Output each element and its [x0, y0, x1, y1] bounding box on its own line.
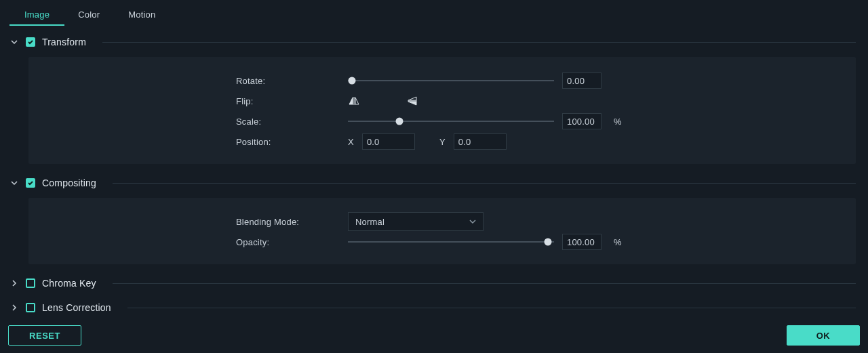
input-pos-x[interactable]: 0.0	[362, 133, 415, 150]
flip-vertical-icon[interactable]	[406, 95, 418, 107]
chevron-down-icon[interactable]	[9, 180, 19, 186]
chevron-right-icon[interactable]	[9, 280, 19, 287]
label-pos-y: Y	[439, 137, 446, 147]
input-opacity[interactable]: 100.00	[562, 234, 601, 250]
checkbox-compositing[interactable]	[26, 178, 35, 188]
label-rotate: Rotate:	[236, 76, 348, 86]
checkbox-lens-correction[interactable]	[26, 303, 35, 312]
divider	[113, 183, 856, 184]
slider-opacity[interactable]	[348, 237, 554, 247]
input-scale[interactable]: 100.00	[562, 113, 601, 129]
label-pos-x: X	[348, 137, 354, 147]
section-header-lens-correction: Lens Correction	[9, 298, 856, 317]
select-blending-mode-value: Normal	[355, 217, 384, 227]
properties-panel: Transform Rotate: 0.00 Flip:	[0, 23, 868, 318]
chevron-right-icon[interactable]	[9, 304, 19, 311]
flip-horizontal-icon[interactable]	[348, 95, 360, 107]
section-header-compositing: Compositing	[9, 173, 856, 192]
input-rotate[interactable]: 0.00	[562, 72, 601, 89]
section-title-compositing: Compositing	[42, 178, 96, 188]
section-title-chroma-key: Chroma Key	[42, 278, 96, 289]
section-title-transform: Transform	[42, 37, 86, 47]
unit-opacity: %	[614, 237, 622, 247]
section-header-chroma-key: Chroma Key	[9, 274, 856, 293]
tab-bar: Image Color Motion	[0, 0, 868, 23]
tab-color[interactable]: Color	[78, 9, 100, 20]
section-title-lens-correction: Lens Correction	[42, 302, 111, 313]
reset-button[interactable]: RESET	[8, 325, 81, 346]
tab-image[interactable]: Image	[24, 9, 50, 20]
label-flip: Flip:	[236, 96, 348, 106]
divider	[127, 308, 856, 308]
checkbox-transform[interactable]	[26, 37, 35, 47]
footer: RESET OK	[0, 318, 868, 353]
divider	[113, 283, 856, 284]
chevron-down-icon[interactable]	[9, 39, 19, 45]
label-position: Position:	[236, 137, 348, 147]
section-body-compositing: Blending Mode: Normal Opacity: 100.00 %	[28, 198, 856, 264]
slider-scale[interactable]	[348, 117, 554, 126]
select-blending-mode[interactable]: Normal	[348, 212, 484, 231]
label-blending-mode: Blending Mode:	[236, 217, 348, 227]
unit-scale: %	[614, 117, 622, 127]
ok-button[interactable]: OK	[787, 325, 860, 346]
input-pos-y[interactable]: 0.0	[454, 133, 507, 150]
section-header-transform: Transform	[9, 33, 856, 51]
divider	[102, 42, 856, 43]
chevron-down-icon	[469, 217, 476, 227]
tab-motion[interactable]: Motion	[128, 9, 155, 20]
label-opacity: Opacity:	[236, 237, 348, 247]
label-scale: Scale:	[236, 117, 348, 127]
checkbox-chroma-key[interactable]	[26, 278, 35, 288]
slider-rotate[interactable]	[348, 76, 554, 85]
section-body-transform: Rotate: 0.00 Flip: Scale:	[28, 57, 856, 164]
